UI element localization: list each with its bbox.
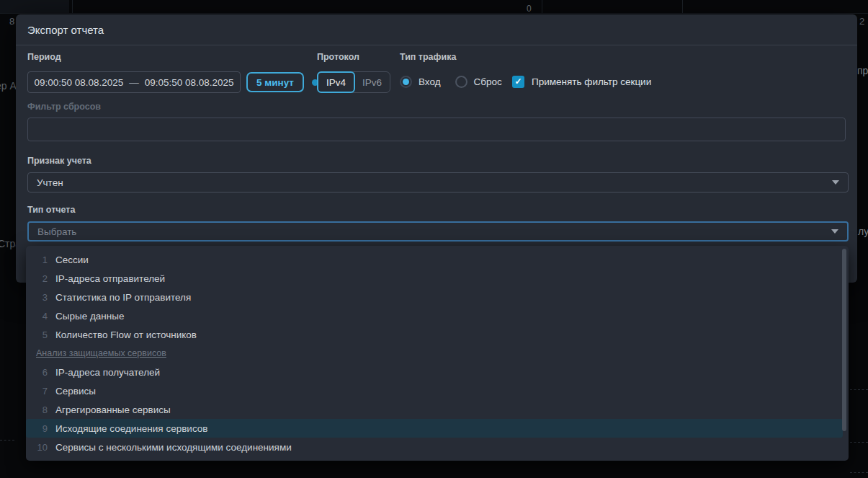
modal-header: Экспорт отчета: [16, 14, 857, 45]
background-tick: [542, 0, 542, 13]
dropdown-option-sessions[interactable]: 1 Сессии: [26, 250, 849, 269]
background-text-fragment: лу: [858, 226, 868, 237]
accounting-label: Признак учета: [27, 156, 91, 166]
dropdown-option-sender-ip-stats[interactable]: 3 Статистика по IP отправителя: [26, 288, 849, 306]
period-controls: 09:00:50 08.08.2025 — 09:05:50 08.08.202…: [27, 71, 318, 93]
radio-selected-icon: [400, 76, 412, 88]
chevron-down-icon: [831, 229, 838, 234]
chevron-down-icon: [832, 180, 839, 185]
protocol-segmented-control: IPv4 IPv6: [317, 71, 390, 93]
dropdown-option-receiver-ips[interactable]: 6 IP-адреса получателей: [26, 363, 849, 381]
dropdown-option-aggregated-services[interactable]: 8 Агрегированные сервисы: [26, 400, 849, 419]
checkbox-checked-icon: ✓: [512, 76, 524, 88]
drops-filter-input[interactable]: [27, 118, 846, 141]
background-text-fragment: 2: [859, 16, 864, 27]
modal-title: Экспорт отчета: [27, 24, 104, 36]
period-start: 09:00:50 08.08.2025: [34, 77, 123, 88]
background-divider: [0, 13, 868, 14]
accounting-value: Учтен: [37, 177, 63, 188]
background-text-fragment: ер А: [0, 80, 17, 92]
traffic-drop-label: Сброс: [474, 76, 502, 87]
background-dashed-line: [0, 440, 14, 441]
traffic-in-label: Вход: [419, 76, 441, 87]
background-text-fragment: пр: [857, 65, 868, 76]
background-panel: [0, 0, 69, 13]
dropdown-option-raw-data[interactable]: 4 Сырые данные: [26, 306, 849, 325]
background-tick: [72, 0, 73, 13]
period-range-input[interactable]: 09:00:50 08.08.2025 — 09:05:50 08.08.202…: [27, 71, 241, 93]
export-report-modal: Экспорт отчета Период 09:00:50 08.08.202…: [16, 14, 857, 283]
radio-unselected-icon: [455, 76, 467, 88]
protocol-label: Протокол: [317, 52, 359, 62]
quick-period-button[interactable]: 5 минут: [246, 72, 304, 92]
dropdown-scrollbar[interactable]: [842, 249, 846, 431]
period-end: 09:05:50 08.08.2025: [145, 77, 234, 88]
traffic-type-radios: Вход Сброс: [400, 71, 502, 92]
report-type-select[interactable]: Выбрать: [27, 221, 849, 242]
apply-section-filter-label: Применять фильтр секции: [532, 76, 651, 87]
background-dashed-line: [850, 472, 868, 473]
background-dashed-line: [850, 442, 868, 443]
traffic-in-radio[interactable]: Вход: [400, 76, 441, 88]
report-type-label: Тип отчета: [27, 205, 75, 215]
dropdown-option-flow-count[interactable]: 5 Количество Flow от источников: [26, 325, 849, 344]
apply-section-filter-checkbox[interactable]: ✓ Применять фильтр секции: [512, 71, 651, 92]
background-text-fragment: 0: [527, 4, 532, 14]
dropdown-group-label: Анализ защищаемых сервисов: [26, 344, 849, 363]
traffic-drop-radio[interactable]: Сброс: [455, 76, 502, 88]
background-text-fragment: 8: [9, 16, 14, 27]
report-type-placeholder: Выбрать: [37, 226, 76, 237]
accounting-select[interactable]: Учтен: [27, 172, 849, 192]
protocol-ipv4-option[interactable]: IPv4: [317, 71, 355, 93]
dropdown-option-sender-ips[interactable]: 2 IP-адреса отправителей: [26, 269, 849, 288]
dropdown-option-outgoing-connections[interactable]: 9 Исходящие соединения сервисов: [26, 419, 843, 438]
traffic-type-label: Тип трафика: [400, 52, 456, 62]
period-separator: —: [129, 77, 139, 88]
background-tick: [682, 0, 683, 13]
drops-filter-label: Фильтр сбросов: [27, 102, 101, 112]
background-dashed-line: [850, 389, 868, 390]
protocol-ipv6-option[interactable]: IPv6: [354, 72, 390, 92]
dropdown-option-multi-outgoing-services[interactable]: 10 Сервисы с несколькими исходящими соед…: [26, 438, 849, 456]
dropdown-option-services[interactable]: 7 Сервисы: [26, 381, 849, 400]
report-type-dropdown: 1 Сессии 2 IP-адреса отправителей 3 Стат…: [26, 246, 849, 461]
period-label: Период: [27, 52, 61, 62]
